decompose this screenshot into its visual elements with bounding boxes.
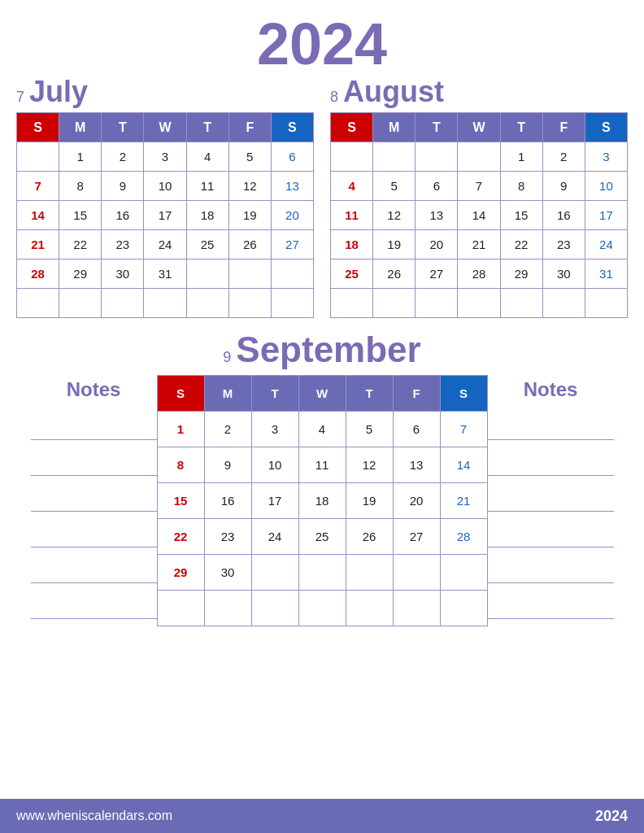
table-cell: 15: [500, 201, 542, 230]
table-cell: 16: [204, 483, 251, 519]
table-row: 4 5 6 7 8 9 10: [331, 172, 628, 201]
table-cell: 23: [204, 519, 251, 555]
table-cell: 8: [157, 447, 204, 483]
table-cell: [17, 142, 59, 172]
table-row: 18 19 20 21 22 23 24: [331, 230, 628, 259]
september-section: 9 September Notes: [16, 329, 628, 626]
table-cell: [298, 555, 346, 591]
table-cell: 9: [102, 172, 144, 201]
table-cell: 26: [346, 519, 393, 555]
september-header: 9 September: [223, 329, 420, 370]
note-line: [31, 404, 157, 440]
table-cell: 22: [59, 230, 102, 259]
table-cell: [585, 289, 627, 318]
table-cell: 28: [17, 259, 59, 289]
table-cell: 25: [186, 230, 228, 259]
note-line: [31, 547, 157, 583]
table-cell: [271, 289, 313, 318]
table-cell: 6: [271, 142, 313, 172]
note-line: [488, 404, 614, 440]
table-cell: 29: [500, 259, 542, 289]
table-cell: 12: [228, 172, 271, 201]
note-line: [488, 440, 614, 476]
table-row: 28 29 30 31: [17, 259, 314, 289]
table-cell: 26: [373, 259, 416, 289]
table-cell: 26: [228, 230, 271, 259]
aug-th-wed: W: [458, 113, 500, 142]
table-cell: 23: [542, 230, 585, 259]
table-cell: 4: [186, 142, 228, 172]
table-cell: 3: [585, 142, 627, 172]
note-line: [31, 440, 157, 476]
table-cell: [346, 591, 393, 626]
table-cell: 4: [331, 172, 373, 201]
note-line: [31, 583, 157, 619]
table-cell: 11: [331, 201, 373, 230]
aug-th-tue: T: [416, 113, 458, 142]
table-row: [331, 289, 628, 318]
august-calendar: S M T W T F S 1: [330, 112, 628, 318]
table-cell: [416, 289, 458, 318]
note-line: [488, 476, 614, 512]
table-cell: 24: [585, 230, 627, 259]
table-cell: 7: [458, 172, 500, 201]
table-cell: 13: [271, 172, 313, 201]
top-months-row: 7 July S M T W T F S: [16, 75, 628, 318]
aug-th-mon: M: [373, 113, 416, 142]
table-cell: 6: [416, 172, 458, 201]
table-cell: 14: [440, 447, 487, 483]
table-cell: 7: [17, 172, 59, 201]
aug-th-sun: S: [331, 113, 373, 142]
july-th-thu: T: [186, 113, 228, 142]
sep-th-fri: F: [393, 376, 440, 412]
aug-th-thu: T: [500, 113, 542, 142]
table-cell: 11: [298, 447, 346, 483]
july-th-sun: S: [17, 113, 59, 142]
table-cell: 22: [500, 230, 542, 259]
table-cell: 7: [440, 412, 487, 447]
sep-th-sat: S: [440, 376, 487, 412]
table-cell: 2: [542, 142, 585, 172]
sep-th-tue: T: [251, 376, 298, 412]
note-line: [488, 547, 614, 583]
table-cell: [440, 555, 487, 591]
july-name: July: [29, 75, 88, 109]
table-cell: [228, 259, 271, 289]
table-row: 11 12 13 14 15 16 17: [331, 201, 628, 230]
note-line: [488, 583, 614, 619]
table-cell: 28: [440, 519, 487, 555]
table-cell: 20: [416, 230, 458, 259]
table-row: 15 16 17 18 19 20 21: [157, 483, 487, 519]
july-th-fri: F: [228, 113, 271, 142]
table-cell: 13: [416, 201, 458, 230]
table-cell: [157, 591, 204, 626]
note-line: [488, 512, 614, 547]
july-th-wed: W: [144, 113, 186, 142]
table-cell: 2: [102, 142, 144, 172]
table-cell: [542, 289, 585, 318]
table-cell: [144, 289, 186, 318]
table-cell: 23: [102, 230, 144, 259]
table-cell: [331, 289, 373, 318]
table-cell: 24: [251, 519, 298, 555]
table-cell: [331, 142, 373, 172]
table-cell: 31: [144, 259, 186, 289]
table-cell: 30: [542, 259, 585, 289]
table-cell: 4: [298, 412, 346, 447]
sep-th-sun: S: [157, 376, 204, 412]
table-row: 25 26 27 28 29 30 31: [331, 259, 628, 289]
aug-th-fri: F: [542, 113, 585, 142]
table-cell: [440, 591, 487, 626]
table-cell: [458, 142, 500, 172]
aug-th-sat: S: [585, 113, 627, 142]
table-cell: 10: [585, 172, 627, 201]
july-th-mon: M: [59, 113, 102, 142]
page: 2024 7 July S M T W T F S: [0, 0, 644, 833]
table-cell: [271, 259, 313, 289]
table-cell: [204, 591, 251, 626]
july-calendar: S M T W T F S 1 2 3 4: [16, 112, 314, 318]
table-cell: 20: [271, 201, 313, 230]
table-row: 22 23 24 25 26 27 28: [157, 519, 487, 555]
table-row: 14 15 16 17 18 19 20: [17, 201, 314, 230]
table-cell: 25: [331, 259, 373, 289]
